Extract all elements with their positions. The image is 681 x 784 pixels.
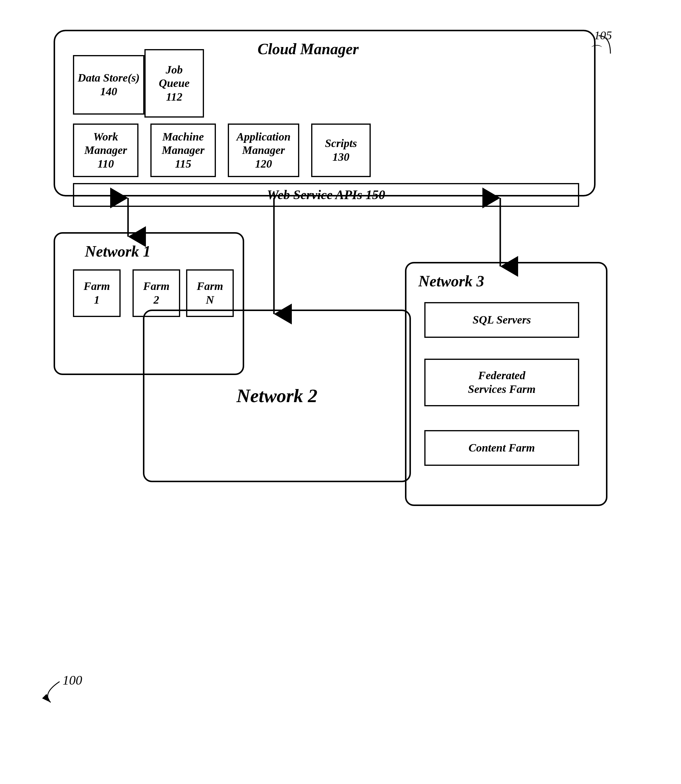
scripts-box: Scripts130	[311, 123, 371, 177]
diagram-container: Cloud Manager ⌒ 105 Data Store(s)140 Job…	[36, 18, 649, 768]
farm1-label: Farm1	[74, 270, 119, 316]
app-manager-box: ApplicationManager120	[228, 123, 299, 177]
cloud-manager-box: Cloud Manager ⌒ 105 Data Store(s)140 Job…	[54, 30, 595, 196]
app-manager-label: ApplicationManager120	[229, 125, 298, 176]
federated-services-text: FederatedServices Farm	[468, 369, 536, 396]
scripts-text: Scripts130	[325, 137, 357, 164]
web-service-text: Web Service APIs 150	[267, 187, 385, 203]
scripts-label: Scripts130	[312, 125, 369, 176]
sql-servers-box: SQL Servers	[424, 302, 579, 338]
ref-100: 100	[36, 676, 83, 708]
data-store-label: Data Store(s)140	[74, 56, 143, 114]
job-queue-text: JobQueue112	[159, 63, 189, 104]
ref-100-arrow: 100	[36, 676, 83, 705]
content-farm-label: Content Farm	[426, 431, 578, 465]
farm1-text: Farm1	[84, 280, 110, 307]
work-manager-box: WorkManager110	[73, 123, 138, 177]
farm2-label: Farm2	[134, 270, 179, 316]
work-manager-label: WorkManager110	[74, 125, 137, 176]
job-queue-box: JobQueue112	[144, 49, 204, 118]
content-farm-box: Content Farm	[424, 430, 579, 466]
farm1-box: Farm1	[73, 269, 120, 317]
farmN-text: FarmN	[197, 280, 223, 307]
ref-105: 105	[594, 28, 612, 42]
machine-manager-label: MachineManager115	[152, 125, 215, 176]
app-manager-text: ApplicationManager120	[236, 130, 291, 171]
federated-services-label: FederatedServices Farm	[426, 360, 578, 405]
web-service-box: Web Service APIs 150	[73, 183, 579, 207]
machine-manager-text: MachineManager115	[162, 130, 204, 171]
ref-105-bracket: ⌒	[591, 43, 603, 59]
svg-text:100: 100	[63, 676, 82, 688]
sql-servers-text: SQL Servers	[473, 313, 531, 327]
network3-label: Network 3	[418, 272, 484, 290]
farmN-label: FarmN	[187, 270, 233, 316]
network2-label: Network 2	[236, 385, 317, 407]
web-service-label: Web Service APIs 150	[74, 184, 578, 205]
cloud-manager-label: Cloud Manager	[258, 40, 359, 58]
farm2-text: Farm2	[143, 280, 170, 307]
work-manager-text: WorkManager110	[84, 130, 127, 171]
sql-servers-label: SQL Servers	[426, 303, 578, 337]
job-queue-label: JobQueue112	[146, 50, 203, 116]
federated-services-box: FederatedServices Farm	[424, 359, 579, 406]
machine-manager-box: MachineManager115	[150, 123, 216, 177]
network1-label: Network 1	[85, 243, 150, 260]
data-store-box: Data Store(s)140	[73, 55, 144, 115]
content-farm-text: Content Farm	[469, 441, 535, 455]
network3-box: Network 3 SQL Servers FederatedServices …	[405, 262, 607, 506]
data-store-text: Data Store(s)140	[78, 71, 139, 98]
network2-box: Network 2	[143, 310, 411, 482]
